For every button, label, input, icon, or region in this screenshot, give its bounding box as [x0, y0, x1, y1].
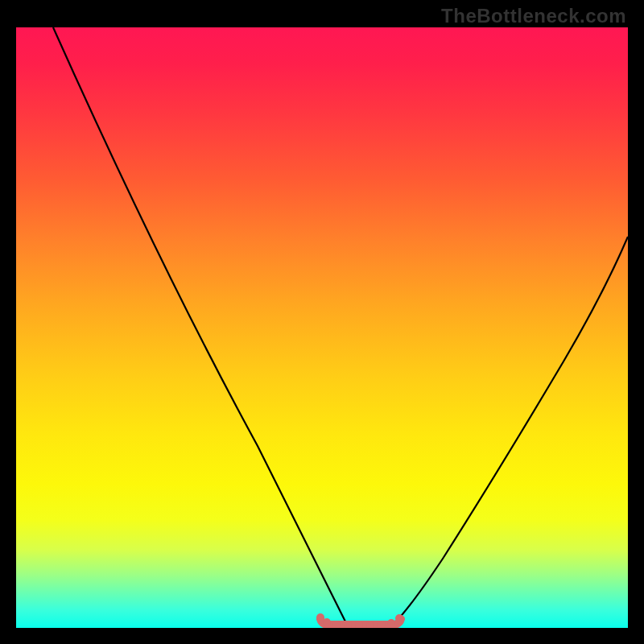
svg-point-7	[387, 619, 395, 627]
svg-point-1	[323, 618, 331, 626]
baseline-marker	[316, 613, 403, 628]
chart-canvas: TheBottleneck.com	[0, 0, 644, 644]
left-curve-line	[53, 27, 346, 623]
svg-point-0	[316, 613, 324, 621]
curve-overlay	[16, 27, 628, 628]
watermark-text: TheBottleneck.com	[441, 5, 626, 27]
svg-point-8	[395, 614, 403, 622]
plot-area	[16, 27, 628, 628]
right-curve-line	[394, 237, 628, 623]
